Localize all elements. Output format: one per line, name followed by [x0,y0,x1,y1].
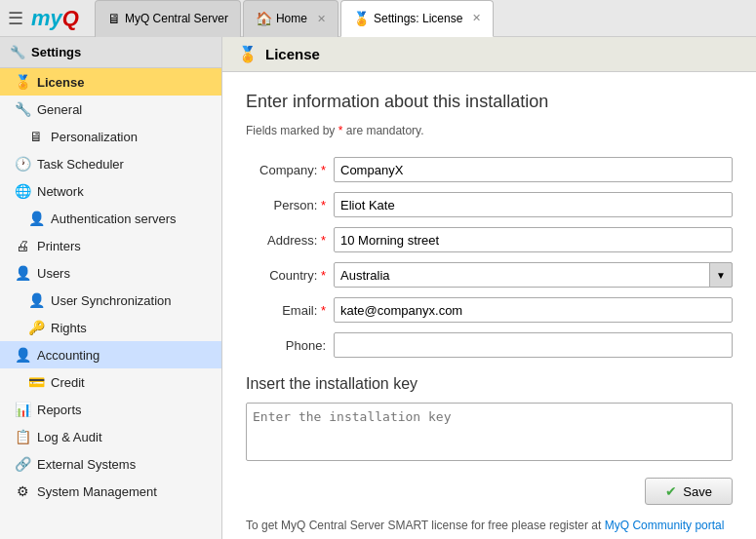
mandatory-note: Fields marked by * are mandatory. [246,124,733,137]
sidebar-item-label: External Systems [37,457,136,472]
network-icon: 🌐 [14,183,31,199]
person-label: Person: * [246,198,334,212]
sidebar-item-printers[interactable]: 🖨 Printers [0,232,221,259]
sidebar-item-label: System Management [37,484,157,499]
rights-icon: 🔑 [27,320,45,335]
sidebar-header: 🔧 Settings [0,37,221,68]
sidebar-item-label: Accounting [37,348,99,363]
sidebar-item-personalization[interactable]: 🖥 Personalization [0,123,221,150]
content-header-icon: 🏅 [238,45,258,63]
license-icon: 🏅 [14,74,31,90]
key-textarea[interactable] [246,403,733,461]
sidebar-item-system-management[interactable]: ⚙ System Management [0,478,221,505]
footer-note: To get MyQ Central Server SMART license … [246,519,733,532]
general-icon: 🔧 [14,101,31,117]
sidebar-item-accounting[interactable]: 👤 Accounting [0,341,221,368]
address-input[interactable] [334,227,733,252]
country-select-wrap: Australia USA UK Germany ▼ [334,262,733,288]
save-button[interactable]: ✔ Save [645,478,733,505]
sidebar-item-label: Reports [37,403,82,417]
sidebar-item-credit[interactable]: 💳 Credit [0,368,221,396]
address-label: Address: * [246,233,334,248]
section-title: Enter information about this installatio… [246,92,733,112]
auth-icon: 👤 [27,211,45,226]
task-scheduler-icon: 🕐 [14,156,31,172]
external-icon: 🔗 [14,456,31,472]
save-row: ✔ Save [246,478,733,505]
settings-tab-close[interactable]: ✕ [472,12,481,24]
sidebar-item-label: General [37,102,82,117]
tab-home[interactable]: 🏠 Home ✕ [243,0,338,37]
form-row-email: Email: * [246,297,733,323]
menu-icon[interactable]: ☰ [8,8,23,29]
sidebar-item-label: Users [37,266,70,281]
form-row-phone: Phone: [246,332,733,358]
server-icon: 🖥 [107,11,121,26]
home-tab-close[interactable]: ✕ [317,13,326,25]
sidebar: 🔧 Settings 🏅 License 🔧 General 🖥 Persona… [0,37,222,539]
sidebar-item-label: Printers [37,239,81,253]
tab-server[interactable]: 🖥 MyQ Central Server [95,0,241,37]
content-header: 🏅 License [222,37,756,72]
content-header-label: License [265,46,320,62]
sidebar-item-label: User Synchronization [51,293,172,308]
main-layout: 🔧 Settings 🏅 License 🔧 General 🖥 Persona… [0,37,756,539]
phone-label: Phone: [246,338,334,353]
phone-input[interactable] [334,332,733,358]
tab-bar: 🖥 MyQ Central Server 🏠 Home ✕ 🏅 Settings… [95,0,748,37]
email-input[interactable] [334,297,733,323]
mandatory-star: * [338,124,343,137]
logo: myQ [31,6,79,31]
personalization-icon: 🖥 [27,129,45,144]
person-input[interactable] [334,192,733,217]
company-label: Company: * [246,163,334,177]
sidebar-item-label: License [37,75,84,90]
form-row-company: Company: * [246,157,733,182]
key-textarea-wrap [246,403,733,464]
sidebar-item-label: Personalization [51,130,138,144]
sidebar-header-label: Settings [31,45,81,59]
settings-icon: 🔧 [10,45,25,59]
accounting-icon: 👤 [14,347,31,363]
sidebar-item-license[interactable]: 🏅 License [0,68,221,96]
key-section-title: Insert the installation key [246,375,733,393]
sidebar-item-auth-servers[interactable]: 👤 Authentication servers [0,205,221,232]
community-portal-link[interactable]: MyQ Community portal [605,519,725,532]
form-row-address: Address: * [246,227,733,252]
sidebar-item-general[interactable]: 🔧 General [0,96,221,123]
credit-icon: 💳 [27,374,45,390]
country-label: Country: * [246,268,334,283]
settings-tab-icon: 🏅 [353,11,370,26]
company-input[interactable] [334,157,733,182]
system-icon: ⚙ [14,483,31,499]
reports-icon: 📊 [14,402,31,417]
tab-settings[interactable]: 🏅 Settings: License ✕ [340,0,494,37]
sidebar-item-network[interactable]: 🌐 Network [0,177,221,205]
form-row-person: Person: * [246,192,733,217]
top-bar: ☰ myQ 🖥 MyQ Central Server 🏠 Home ✕ 🏅 Se… [0,0,756,37]
country-select[interactable]: Australia USA UK Germany [334,262,733,288]
sidebar-item-log-audit[interactable]: 📋 Log & Audit [0,423,221,450]
sidebar-item-label: Authentication servers [51,212,177,226]
printers-icon: 🖨 [14,238,31,253]
content-body: Enter information about this installatio… [222,72,756,539]
sidebar-item-users[interactable]: 👤 Users [0,259,221,287]
sidebar-item-external-systems[interactable]: 🔗 External Systems [0,450,221,478]
sidebar-item-label: Log & Audit [37,430,102,444]
sidebar-item-rights[interactable]: 🔑 Rights [0,314,221,341]
home-icon: 🏠 [256,11,272,26]
sidebar-item-label: Rights [51,321,87,335]
user-sync-icon: 👤 [27,292,45,308]
form-row-country: Country: * Australia USA UK Germany ▼ [246,262,733,288]
sidebar-item-label: Task Scheduler [37,157,124,172]
sidebar-item-task-scheduler[interactable]: 🕐 Task Scheduler [0,150,221,177]
sidebar-item-label: Network [37,184,84,199]
sidebar-item-label: Credit [51,375,85,390]
users-icon: 👤 [14,265,31,281]
email-label: Email: * [246,303,334,318]
sidebar-item-reports[interactable]: 📊 Reports [0,396,221,423]
sidebar-item-user-sync[interactable]: 👤 User Synchronization [0,287,221,314]
content-area: 🏅 License Enter information about this i… [222,37,756,539]
checkmark-icon: ✔ [665,483,677,499]
log-icon: 📋 [14,429,31,444]
